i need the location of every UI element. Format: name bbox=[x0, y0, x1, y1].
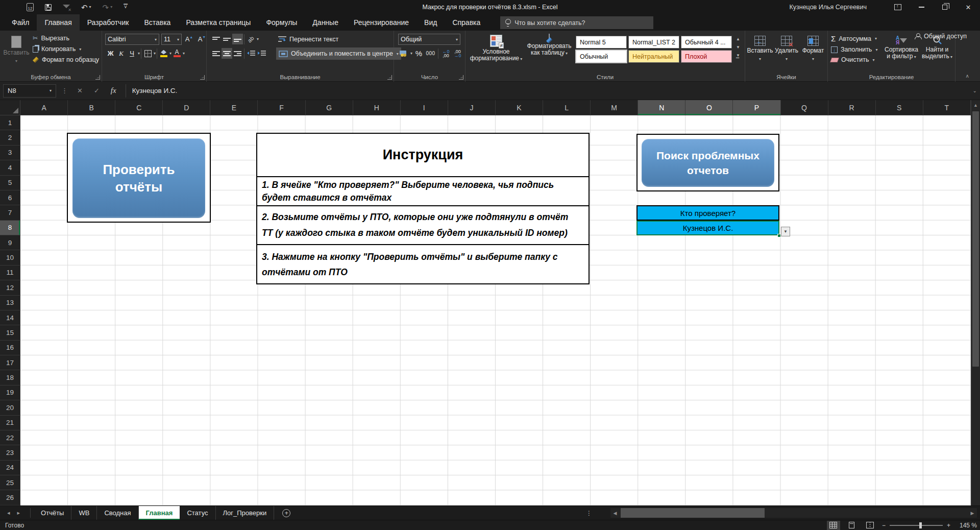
share-button[interactable]: Общий доступ bbox=[915, 33, 967, 40]
account-name[interactable]: Кузнецов Илья Сергеевич bbox=[790, 4, 867, 11]
conditional-formatting-button[interactable]: ≠ Условноеформатирование ▾ bbox=[470, 32, 523, 62]
row-header-23[interactable]: 23 bbox=[0, 445, 20, 460]
row-header-24[interactable]: 24 bbox=[0, 461, 20, 475]
fill-handle[interactable] bbox=[777, 234, 781, 237]
sheet-tab-Сводная[interactable]: Сводная bbox=[97, 506, 138, 520]
row-header-13[interactable]: 13 bbox=[0, 296, 20, 310]
align-top-icon[interactable] bbox=[211, 34, 222, 44]
column-header-A[interactable]: A bbox=[20, 100, 68, 115]
column-header-P[interactable]: P bbox=[733, 100, 780, 115]
increase-indent-icon[interactable] bbox=[256, 48, 267, 59]
restore-button[interactable] bbox=[933, 0, 957, 14]
insert-cells-button[interactable]: ← Вставить▾ bbox=[747, 33, 773, 62]
row-header-1[interactable]: 1 bbox=[0, 115, 20, 130]
ribbon-tab-3[interactable]: Вставка bbox=[136, 14, 178, 31]
ribbon-tab-1[interactable]: Главная bbox=[37, 14, 79, 31]
undo-dropdown-icon[interactable]: ▾ bbox=[89, 5, 91, 9]
decrease-indent-icon[interactable] bbox=[246, 48, 256, 59]
row-header-3[interactable]: 3 bbox=[0, 146, 20, 160]
column-header-N[interactable]: N bbox=[638, 100, 685, 115]
cut-button[interactable]: ✂Вырезать bbox=[33, 34, 99, 42]
vertical-scrollbar[interactable]: ▲ bbox=[971, 100, 980, 505]
column-header-L[interactable]: L bbox=[543, 100, 591, 115]
comma-format-icon[interactable]: 000 bbox=[425, 48, 436, 59]
cell-style-chip[interactable]: Обычный bbox=[576, 50, 627, 63]
ribbon-tab-6[interactable]: Данные bbox=[305, 14, 346, 31]
align-bottom-icon[interactable] bbox=[232, 34, 243, 44]
underline-button[interactable]: Ч bbox=[127, 48, 137, 59]
data-validation-dropdown[interactable]: ▼ bbox=[781, 227, 790, 236]
row-header-21[interactable]: 21 bbox=[0, 416, 20, 430]
who-checks-value-cell[interactable]: Кузнецов И.С. bbox=[636, 221, 779, 235]
column-header-S[interactable]: S bbox=[876, 100, 923, 115]
scroll-left-icon[interactable]: ◀ bbox=[610, 511, 620, 516]
cell-style-chip[interactable]: Обычный 4 ... bbox=[681, 36, 732, 49]
sheet-tab-Отчёты[interactable]: Отчёты bbox=[34, 506, 71, 520]
column-header-J[interactable]: J bbox=[448, 100, 496, 115]
font-dialog-launcher[interactable] bbox=[200, 75, 205, 80]
ribbon-tab-7[interactable]: Рецензирование bbox=[346, 14, 416, 31]
column-header-T[interactable]: T bbox=[923, 100, 971, 115]
column-header-R[interactable]: R bbox=[828, 100, 876, 115]
row-header-5[interactable]: 5 bbox=[0, 176, 20, 190]
collapse-ribbon-icon[interactable]: ˄ bbox=[966, 74, 969, 79]
undo-icon[interactable]: ↶▾ bbox=[81, 4, 91, 11]
wrap-text-button[interactable]: Перенести текст bbox=[278, 36, 338, 43]
clipboard-dialog-launcher[interactable] bbox=[95, 75, 100, 80]
ribbon-tab-5[interactable]: Формулы bbox=[258, 14, 305, 31]
scroll-up-icon[interactable]: ▲ bbox=[973, 103, 978, 108]
increase-decimal-icon[interactable]: ←0,00 bbox=[440, 48, 451, 59]
row-header-17[interactable]: 17 bbox=[0, 355, 20, 370]
number-dialog-launcher[interactable] bbox=[459, 75, 463, 80]
merge-center-button[interactable]: Объединить и поместить в центре▾ bbox=[276, 47, 401, 60]
decrease-font-icon[interactable]: А▼ bbox=[197, 34, 207, 44]
horizontal-scroll-thumb[interactable] bbox=[621, 508, 765, 518]
italic-button[interactable]: К bbox=[116, 48, 127, 59]
formula-bar-value[interactable]: Кузнецов И.С. bbox=[132, 87, 178, 94]
enter-entry-icon[interactable]: ✓ bbox=[94, 87, 100, 94]
number-format-select[interactable]: Общий▾ bbox=[398, 34, 460, 45]
column-header-K[interactable]: K bbox=[496, 100, 543, 115]
column-header-E[interactable]: E bbox=[210, 100, 258, 115]
column-header-G[interactable]: G bbox=[306, 100, 353, 115]
align-left-icon[interactable] bbox=[211, 48, 222, 59]
row-header-18[interactable]: 18 bbox=[0, 370, 20, 385]
clear-filter-icon[interactable] bbox=[63, 4, 70, 11]
ribbon-tab-9[interactable]: Справка bbox=[445, 14, 488, 31]
column-header-C[interactable]: C bbox=[115, 100, 163, 115]
gallery-more-icon[interactable]: ▼▔ bbox=[736, 53, 740, 62]
row-header-9[interactable]: 9 bbox=[0, 235, 20, 250]
gallery-down-icon[interactable]: ▼ bbox=[736, 45, 740, 50]
gallery-up-icon[interactable]: ▲ bbox=[736, 37, 740, 41]
column-header-H[interactable]: H bbox=[353, 100, 401, 115]
insert-function-icon[interactable]: fx bbox=[111, 86, 116, 95]
normal-view-button[interactable] bbox=[827, 521, 840, 530]
who-checks-label-cell[interactable]: Кто проверяет? bbox=[636, 205, 779, 221]
redo-dropdown-icon[interactable]: ▾ bbox=[110, 5, 112, 9]
column-header-B[interactable]: B bbox=[68, 100, 115, 115]
ribbon-tab-0[interactable]: Файл bbox=[4, 14, 37, 31]
tabbar-dots-icon[interactable]: ⋮ bbox=[586, 506, 592, 520]
autosum-button[interactable]: ΣАвтосумма▾ bbox=[831, 34, 877, 43]
orientation-icon[interactable]: ab bbox=[246, 34, 256, 44]
column-header-F[interactable]: F bbox=[258, 100, 305, 115]
format-cells-button[interactable]: Формат▾ bbox=[800, 33, 826, 62]
row-header-16[interactable]: 16 bbox=[0, 341, 20, 355]
fill-button[interactable]: ↓Заполнить▾ bbox=[831, 46, 877, 53]
row-header-10[interactable]: 10 bbox=[0, 250, 20, 265]
paste-button[interactable]: Вставить▾ bbox=[3, 33, 30, 64]
cell-style-chip[interactable]: Normal 5 bbox=[576, 36, 627, 49]
name-box[interactable]: N8▾ bbox=[3, 84, 56, 98]
borders-icon[interactable] bbox=[142, 48, 153, 59]
row-header-6[interactable]: 6 bbox=[0, 190, 20, 205]
find-problem-button[interactable]: Поиск проблемных отчетов bbox=[642, 139, 774, 187]
cell-style-chip[interactable]: Normal_LIST 2 bbox=[628, 36, 679, 49]
cancel-entry-icon[interactable]: ✕ bbox=[77, 87, 83, 94]
align-right-icon[interactable] bbox=[232, 48, 243, 59]
sheet-tab-Статус[interactable]: Статус bbox=[180, 506, 215, 520]
row-header-12[interactable]: 12 bbox=[0, 280, 20, 295]
alignment-dialog-launcher[interactable] bbox=[387, 75, 392, 80]
format-painter-button[interactable]: Формат по образцу bbox=[33, 56, 99, 63]
fill-color-icon[interactable] bbox=[158, 48, 169, 59]
font-color-icon[interactable]: А bbox=[172, 48, 182, 59]
